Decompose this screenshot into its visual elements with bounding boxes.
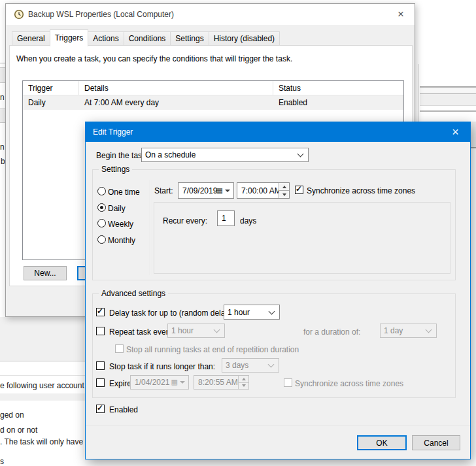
start-label: Start: <box>154 186 173 196</box>
bg-text-fragment: s <box>0 457 4 466</box>
dropdown-arrow-icon <box>180 381 185 384</box>
repeat-interval-dropdown: 1 hour <box>167 324 225 338</box>
chevron-down-icon <box>214 327 220 333</box>
bg-right-line <box>420 110 476 112</box>
column-header-status[interactable]: Status <box>273 81 403 95</box>
spinner <box>238 376 248 389</box>
footer-divider <box>86 425 470 426</box>
begin-task-dropdown[interactable]: On a schedule <box>141 148 309 162</box>
cancel-button-label: Cancel <box>424 439 448 448</box>
cancel-button[interactable]: Cancel <box>412 435 460 450</box>
bg-left-band <box>0 108 5 123</box>
bg-text-fragment: . The task will only have <box>0 437 83 446</box>
enabled-label: Enabled <box>109 405 138 415</box>
table-row[interactable]: Daily At 7:00 AM every day Enabled <box>23 95 403 110</box>
duration-dropdown: 1 day <box>380 324 437 338</box>
recur-every-label: Recur every: <box>163 216 207 226</box>
edit-trigger-dialog: Edit Trigger × Begin the task: On a sche… <box>85 122 471 459</box>
tab-settings[interactable]: Settings <box>170 31 209 46</box>
check-icon: ✓ <box>97 403 103 412</box>
tab-history[interactable]: History (disabled) <box>209 31 280 46</box>
screen: n n b e following user account ged on d … <box>0 0 476 466</box>
radio-daily[interactable] <box>97 203 106 212</box>
start-date-value: 7/09/2019 <box>182 186 217 195</box>
expire-time-spinner: 8:20:55 AM <box>194 375 249 390</box>
duration-value: 1 day <box>384 326 403 335</box>
expire-sync-label: Synchronize across time zones <box>295 379 403 389</box>
bg-right-band <box>420 94 476 106</box>
expire-sync-checkbox <box>284 378 292 387</box>
tab-triggers[interactable]: Triggers <box>50 29 89 46</box>
new-button-label: New... <box>34 269 56 278</box>
ok-button[interactable]: OK <box>357 435 407 450</box>
bg-left-text-fragment: n <box>0 93 5 102</box>
enabled-checkbox[interactable]: ✓ <box>96 405 105 413</box>
expire-date-picker: 1/04/2021 ▦ <box>130 375 189 390</box>
stop-task-checkbox[interactable] <box>96 361 105 370</box>
column-header-trigger[interactable]: Trigger <box>23 81 78 95</box>
radio-weekly[interactable] <box>97 219 106 227</box>
bg-right-divider <box>418 64 419 122</box>
duration-label: for a duration of: <box>303 327 360 337</box>
dropdown-arrow-icon <box>225 190 230 192</box>
bg-bottom-line <box>0 375 85 376</box>
spinner-down-icon[interactable] <box>279 191 289 198</box>
spinner-down-icon <box>239 383 248 390</box>
recur-unit-label: days <box>240 216 256 226</box>
table-header-row: Trigger Details Status <box>23 81 403 95</box>
chevron-down-icon <box>298 151 304 158</box>
recur-every-value: 1 <box>222 214 226 223</box>
spinner <box>279 183 289 198</box>
start-time-spinner[interactable]: 7:00:00 AM <box>237 182 290 199</box>
begin-task-label: Begin the task: <box>96 151 148 161</box>
bg-left-text-fragment: n <box>0 142 5 152</box>
repeat-label: Repeat task every: <box>109 327 175 337</box>
radio-one-time[interactable] <box>97 187 106 195</box>
daily-schedule-panel <box>154 202 450 274</box>
calendar-icon: ▦ <box>171 378 178 386</box>
ok-button-label: OK <box>376 439 387 448</box>
repeat-checkbox[interactable] <box>96 327 105 335</box>
recur-every-input[interactable]: 1 <box>217 210 235 226</box>
bg-text-fragment: ged on <box>0 410 24 420</box>
stop-task-duration-dropdown: 3 days <box>222 358 279 373</box>
close-icon[interactable]: × <box>387 4 415 24</box>
close-icon[interactable]: × <box>441 122 470 142</box>
sync-timezones-label: Synchronize across time zones <box>307 186 415 196</box>
radio-one-time-label: One time <box>108 188 140 197</box>
column-header-details[interactable]: Details <box>78 81 273 95</box>
delay-dropdown[interactable]: 1 hour <box>224 305 280 320</box>
properties-titlebar: Backup WSL Properties (Local Computer) × <box>6 4 415 25</box>
expire-date-value: 1/04/2021 <box>135 378 169 387</box>
bg-bottom-line <box>0 361 85 361</box>
cell-status: Enabled <box>273 95 403 110</box>
sync-timezones-checkbox[interactable]: ✓ <box>295 186 303 194</box>
radio-monthly-label: Monthly <box>108 236 135 246</box>
delay-checkbox[interactable]: ✓ <box>96 308 105 316</box>
delay-label: Delay task for up to (random delay): <box>109 308 234 318</box>
stop-task-duration-value: 3 days <box>226 361 248 370</box>
bg-left-text-fragment: b <box>1 157 5 166</box>
advanced-settings-group-label: Advanced settings <box>99 289 168 298</box>
tab-conditions[interactable]: Conditions <box>124 31 171 46</box>
new-button[interactable]: New... <box>24 266 67 280</box>
bg-bottom-band <box>0 317 85 361</box>
edit-trigger-title: Edit Trigger <box>93 127 133 137</box>
bg-text-fragment: e following user account <box>0 381 84 390</box>
tab-actions[interactable]: Actions <box>88 31 124 46</box>
calendar-icon: ▦ <box>216 186 223 194</box>
cell-details: At 7:00 AM every day <box>78 95 273 110</box>
task-scheduler-clock-icon <box>14 9 24 22</box>
start-date-picker[interactable]: 7/09/2019 ▦ <box>178 182 234 199</box>
expire-checkbox[interactable] <box>96 378 105 387</box>
bg-right-band <box>471 122 476 147</box>
chevron-down-icon <box>268 361 275 368</box>
check-icon: ✓ <box>97 307 103 316</box>
radio-monthly[interactable] <box>97 235 106 244</box>
bg-text-fragment: d on or not <box>0 425 37 435</box>
spinner-up-icon[interactable] <box>279 183 289 191</box>
stop-all-tasks-checkbox <box>115 344 124 353</box>
tab-general[interactable]: General <box>12 31 50 46</box>
window-title: Backup WSL Properties (Local Computer) <box>28 10 174 19</box>
bg-right-band <box>420 88 476 94</box>
